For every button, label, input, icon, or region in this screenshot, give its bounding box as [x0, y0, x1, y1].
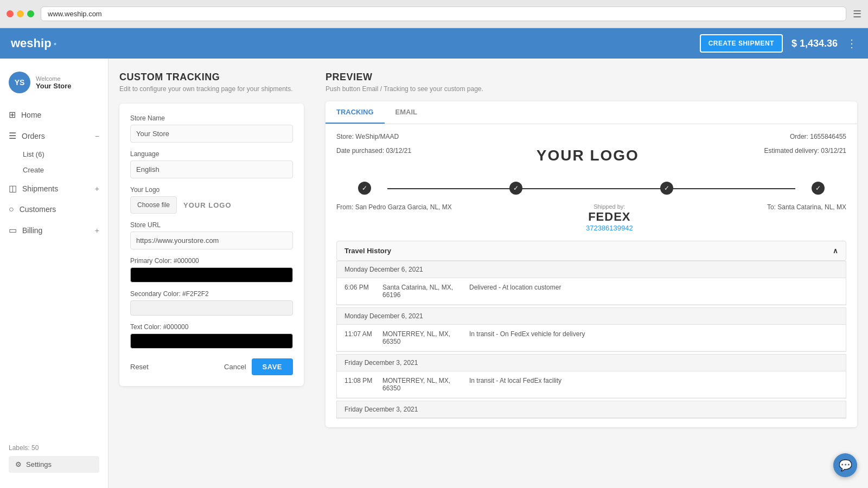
history-row-1: 6:06 PM Santa Catarina, NL, MX, 66196 De…	[337, 278, 846, 305]
app-header: weship ● CREATE SHIPMENT $ 1,434.36 ⋮	[0, 28, 868, 59]
store-name-group: Store Name	[130, 114, 293, 143]
store-name-input[interactable]	[130, 125, 293, 143]
history-time: 11:07 AM	[344, 330, 382, 338]
history-location: Santa Catarina, NL, MX, 66196	[382, 284, 469, 299]
track-dot-1: ✓	[358, 182, 371, 195]
url-bar[interactable]: www.weship.com	[41, 7, 846, 21]
history-status: In transit - On FedEx vehicle for delive…	[469, 330, 585, 338]
shipments-expand-icon: +	[95, 184, 99, 193]
shipments-icon: ◫	[9, 183, 17, 194]
traffic-light-green[interactable]	[27, 10, 34, 17]
text-color-label: Text Color: #000000	[130, 323, 293, 331]
estimated-delivery: Estimated delivery: 03/12/21	[764, 147, 846, 173]
custom-tracking-panel: CUSTOM TRACKING Edit to configure your o…	[108, 59, 315, 488]
logo-label: Your Logo	[130, 186, 293, 194]
preview-panel: PREVIEW Push button Email / Tracking to …	[315, 59, 868, 488]
history-status: Delivered - At location customer	[469, 284, 561, 291]
preview-logo-text: YOUR LOGO	[537, 147, 639, 164]
traffic-light-yellow[interactable]	[17, 10, 24, 17]
choose-file-button[interactable]: Choose file	[130, 196, 177, 214]
sidebar-item-label: Billing	[22, 226, 42, 235]
sidebar-item-label: Orders	[22, 132, 45, 140]
language-label: Language	[130, 150, 293, 158]
history-location: MONTERREY, NL, MX, 66350	[382, 377, 469, 392]
sidebar-item-label: Shipments	[22, 184, 58, 193]
content-area: CUSTOM TRACKING Edit to configure your o…	[108, 59, 868, 488]
tracking-number[interactable]: 372386139942	[452, 224, 767, 232]
settings-button[interactable]: ⚙ Settings	[9, 456, 99, 473]
sidebar-bottom: Labels: 50 ⚙ Settings	[0, 438, 108, 479]
store-info: Store: WeShip/MAAD	[336, 133, 399, 140]
sidebar-item-orders-create[interactable]: Create	[0, 162, 108, 178]
logo-area: weship ●	[11, 36, 57, 50]
store-url-input[interactable]	[130, 232, 293, 249]
shipping-info: From: San Pedro Garza Garcia, NL, MX Shi…	[336, 203, 846, 232]
orders-expand-icon: −	[95, 132, 99, 140]
orders-icon: ☰	[9, 131, 16, 141]
save-button[interactable]: SAVE	[252, 358, 293, 375]
sidebar-item-home[interactable]: ⊞ Home	[0, 104, 108, 125]
logo-upload-row: Choose file YOUR LOGO	[130, 196, 293, 214]
history-time: 6:06 PM	[344, 284, 382, 291]
user-info: Welcome Your Store	[36, 75, 72, 90]
chat-bubble[interactable]: 💬	[833, 453, 857, 477]
sidebar-item-customers[interactable]: ○ Customers	[0, 199, 108, 220]
create-shipment-button[interactable]: CREATE SHIPMENT	[700, 34, 783, 53]
more-icon[interactable]: ⋮	[846, 37, 857, 50]
custom-tracking-subtitle: Edit to configure your own tracking page…	[119, 85, 304, 93]
sidebar-item-orders[interactable]: ☰ Orders −	[0, 125, 108, 146]
to-address: To: Santa Catarina, NL, MX	[767, 203, 846, 211]
browser-chrome: www.weship.com ☰	[0, 0, 868, 28]
history-group-4: Friday December 3, 2021	[336, 401, 846, 419]
hamburger-icon[interactable]: ☰	[853, 8, 861, 20]
balance-display: $ 1,434.36	[792, 38, 838, 49]
date-purchased: Date purchased: 03/12/21	[336, 147, 411, 173]
history-status: In transit - At local FedEx facility	[469, 377, 561, 384]
user-section: YS Welcome Your Store	[0, 67, 108, 104]
sidebar-item-label: Home	[21, 111, 41, 119]
sidebar-store-name: Your Store	[36, 82, 72, 90]
customers-icon: ○	[9, 204, 14, 214]
history-date-2: Monday December 6, 2021	[337, 308, 846, 325]
footer-right: Cancel SAVE	[224, 358, 293, 375]
main-layout: YS Welcome Your Store ⊞ Home ☰ Orders − …	[0, 59, 868, 488]
travel-history-header[interactable]: Travel History ∧	[336, 241, 846, 261]
travel-history-label: Travel History	[344, 247, 391, 255]
cancel-button[interactable]: Cancel	[224, 358, 246, 375]
track-dot-3: ✓	[660, 182, 673, 195]
sidebar-item-orders-list[interactable]: List (6)	[0, 146, 108, 162]
text-color-swatch[interactable]	[130, 333, 293, 349]
sidebar-item-shipments[interactable]: ◫ Shipments +	[0, 178, 108, 199]
track-dot-4: ✓	[812, 182, 825, 195]
preview-card: TRACKING EMAIL Store: WeShip/MAAD Order:…	[326, 101, 857, 427]
travel-history-chevron: ∧	[833, 247, 838, 255]
tracking-progress-bar: ✓ ✓ ✓ ✓	[336, 182, 846, 195]
traffic-lights	[7, 10, 34, 17]
secondary-color-swatch[interactable]	[130, 300, 293, 316]
language-input[interactable]	[130, 160, 293, 178]
history-date-1: Monday December 6, 2021	[337, 261, 846, 278]
reset-button[interactable]: Reset	[130, 363, 149, 371]
tab-tracking[interactable]: TRACKING	[326, 101, 385, 124]
carrier-name: FEDEX	[452, 210, 767, 224]
carrier-center: Shipped by: FEDEX 372386139942	[452, 203, 767, 232]
primary-color-group: Primary Color: #000000	[130, 257, 293, 282]
track-dot-2: ✓	[509, 182, 522, 195]
traffic-light-red[interactable]	[7, 10, 14, 17]
primary-color-label: Primary Color: #000000	[130, 257, 293, 265]
billing-icon: ▭	[9, 225, 17, 235]
welcome-text: Welcome	[36, 75, 72, 82]
avatar: YS	[9, 72, 30, 93]
labels-count: Labels: 50	[9, 444, 99, 452]
logo-superscript: ●	[54, 41, 57, 47]
logo-text: weship	[11, 36, 52, 50]
sidebar-item-billing[interactable]: ▭ Billing +	[0, 220, 108, 241]
tab-email[interactable]: EMAIL	[385, 101, 428, 124]
order-info: Order: 1655846455	[790, 133, 846, 140]
history-location: MONTERREY, NL, MX, 66350	[382, 330, 469, 345]
header-right: CREATE SHIPMENT $ 1,434.36 ⋮	[700, 34, 857, 53]
billing-expand-icon: +	[95, 226, 99, 235]
primary-color-swatch[interactable]	[130, 267, 293, 282]
preview-subtitle: Push button Email / Tracking to see your…	[326, 85, 857, 93]
preview-title: PREVIEW	[326, 72, 857, 83]
